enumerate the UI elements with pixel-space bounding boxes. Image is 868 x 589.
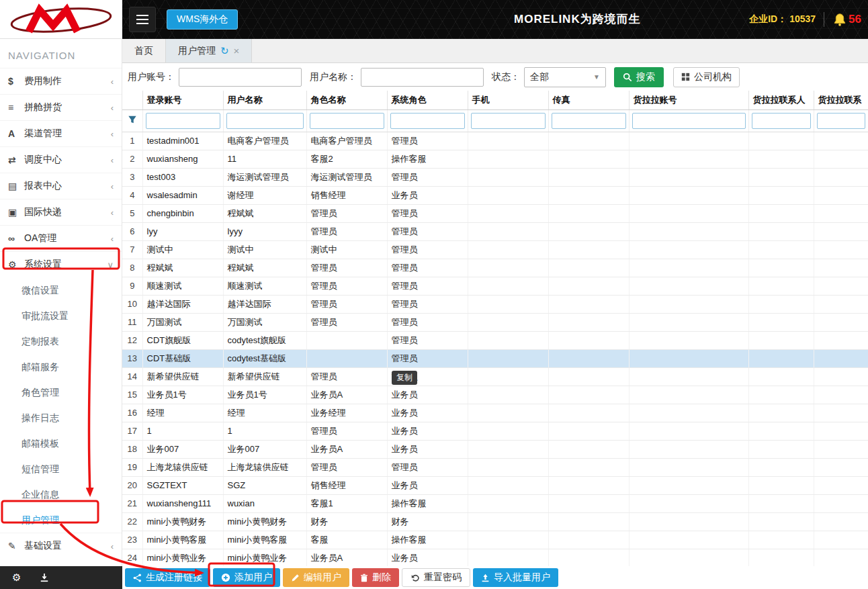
- sidebar-item-系统设置[interactable]: ⚙系统设置∨: [0, 251, 122, 277]
- plus-button[interactable]: 添加用户: [213, 568, 280, 587]
- table-row[interactable]: 18业务007业务007业务员A业务员: [122, 440, 868, 458]
- row-number-cell: 4: [122, 186, 142, 204]
- sidebar-item-OA管理[interactable]: ∞OA管理‹: [0, 225, 122, 251]
- column-filter-input[interactable]: [226, 113, 304, 129]
- table-row[interactable]: 20SGZTEXTSGZ销售经理业务员: [122, 476, 868, 494]
- table-cell: [306, 331, 387, 349]
- table-cell: [629, 440, 748, 458]
- row-number-cell: 18: [122, 440, 142, 458]
- table-row[interactable]: 13CDT基础版codytest基础版管理员: [122, 349, 868, 367]
- sidebar-subitem-审批流设置[interactable]: 审批流设置: [0, 303, 122, 328]
- tab-home[interactable]: 首页: [122, 39, 166, 62]
- table-row[interactable]: 6lyylyyy管理员管理员: [122, 222, 868, 240]
- table-row[interactable]: 22mini小黄鸭财务mini小黄鸭财务财务财务: [122, 512, 868, 531]
- column-header[interactable]: 系统角色: [387, 91, 468, 109]
- search-button[interactable]: 搜索: [614, 67, 664, 87]
- sidebar-subitem-定制报表[interactable]: 定制报表: [0, 328, 122, 354]
- pencil-button[interactable]: 编辑用户: [283, 568, 349, 587]
- filter-funnel-icon[interactable]: [122, 109, 142, 132]
- notification-bell-icon[interactable]: 56: [832, 11, 861, 28]
- trash-button[interactable]: 删除: [352, 568, 399, 587]
- column-header[interactable]: 货拉拉账号: [629, 91, 748, 109]
- table-row[interactable]: 12CDT旗舰版codytest旗舰版管理员: [122, 331, 868, 349]
- table-cell: wuxian: [223, 494, 306, 512]
- dispatch-icon: ⇄: [8, 154, 24, 165]
- column-header[interactable]: 角色名称: [306, 91, 387, 109]
- sidebar-subitem-邮箱模板[interactable]: 邮箱模板: [0, 431, 122, 456]
- sidebar-subitem-操作日志[interactable]: 操作日志: [0, 405, 122, 431]
- column-header[interactable]: 货拉拉联系: [814, 91, 868, 109]
- column-filter-input[interactable]: [817, 113, 865, 129]
- sidebar-subitem-角色管理[interactable]: 角色管理: [0, 379, 122, 405]
- table-row[interactable]: 7测试中测试中测试中管理员: [122, 240, 868, 259]
- undo-button[interactable]: 重置密码: [402, 568, 470, 587]
- column-header[interactable]: 手机: [468, 91, 548, 109]
- table-row[interactable]: 24mini小黄鸭业务mini小黄鸭业务业务员A业务员: [122, 549, 868, 567]
- table-row[interactable]: 15业务员1号业务员1号业务员A业务员: [122, 386, 868, 404]
- table-row[interactable]: 16经理经理业务经理业务员: [122, 404, 868, 422]
- sidebar-subitem-短信管理[interactable]: 短信管理: [0, 456, 122, 482]
- refresh-icon[interactable]: ↻: [220, 45, 229, 57]
- table-cell: [548, 168, 629, 186]
- column-filter-input[interactable]: [752, 113, 811, 129]
- table-row[interactable]: 4wsalesadmin谢经理销售经理业务员: [122, 186, 868, 204]
- column-filter-input[interactable]: [471, 113, 546, 129]
- sidebar-item-国际快递[interactable]: ▣国际快递‹: [0, 199, 122, 225]
- column-filter-input[interactable]: [146, 113, 220, 129]
- table-row[interactable]: 9顺速测试顺速测试管理员管理员: [122, 277, 868, 295]
- company-org-button[interactable]: 公司机构: [673, 67, 740, 87]
- column-filter-input[interactable]: [552, 113, 626, 129]
- sidebar-item-渠道管理[interactable]: A渠道管理‹: [0, 120, 122, 146]
- name-input[interactable]: [361, 68, 484, 87]
- table-row[interactable]: 2wuxiansheng11客服2操作客服: [122, 150, 868, 168]
- table-cell: 1: [223, 422, 306, 440]
- sidebar-subitem-企业信息[interactable]: 企业信息: [0, 482, 122, 507]
- sidebar-subitem-邮箱服务[interactable]: 邮箱服务: [0, 354, 122, 379]
- column-filter-input[interactable]: [310, 113, 384, 129]
- column-header[interactable]: 登录账号: [142, 91, 223, 109]
- status-select[interactable]: 全部 ▼: [524, 67, 606, 87]
- table-cell: [548, 494, 629, 512]
- close-icon[interactable]: ×: [234, 45, 240, 56]
- column-header[interactable]: 传真: [548, 91, 629, 109]
- sidebar-subitem-微信设置[interactable]: 微信设置: [0, 277, 122, 303]
- tab-user-management[interactable]: 用户管理 ↻ ×: [166, 39, 252, 62]
- table-row[interactable]: 21wuxiansheng111wuxian客服1操作客服: [122, 494, 868, 512]
- table-row[interactable]: 19上海龙辕供应链上海龙辕供应链管理员管理员: [122, 458, 868, 476]
- sidebar-subitem-用户管理[interactable]: 用户管理: [0, 507, 122, 533]
- chevron-left-icon: ‹: [111, 103, 114, 113]
- table-row[interactable]: 8程斌斌程斌斌管理员管理员: [122, 259, 868, 277]
- sidebar-item-报表中心[interactable]: ▤报表中心‹: [0, 173, 122, 199]
- table-row[interactable]: 10越洋达国际越洋达国际管理员管理员: [122, 295, 868, 313]
- account-input[interactable]: [179, 68, 302, 87]
- column-header[interactable]: 用户名称: [223, 91, 306, 109]
- share-button[interactable]: 生成注册链接: [125, 568, 210, 587]
- column-filter-input[interactable]: [632, 113, 746, 129]
- sidebar-item-费用制作[interactable]: $费用制作‹: [0, 68, 122, 94]
- download-icon[interactable]: [40, 573, 49, 582]
- column-filter-input[interactable]: [390, 113, 465, 129]
- table-cell: [629, 240, 748, 259]
- table-row[interactable]: 1testadmin001电商客户管理员电商客户管理员管理员: [122, 132, 868, 150]
- table-cell: [748, 259, 814, 277]
- table-row[interactable]: 11万国测试万国测试管理员管理员: [122, 313, 868, 331]
- sidebar-item-基础设置[interactable]: ✎基础设置‹: [0, 533, 122, 559]
- table-row[interactable]: 14新希望供应链新希望供应链管理员管理员: [122, 367, 868, 386]
- table-cell: codytest旗舰版: [223, 331, 306, 349]
- table-row[interactable]: 1711管理员业务员: [122, 422, 868, 440]
- sidebar-item-调度中心[interactable]: ⇄调度中心‹: [0, 146, 122, 173]
- table-row[interactable]: 3test003海运测试管理员海运测试管理员管理员: [122, 168, 868, 186]
- column-header[interactable]: 货拉拉联系人: [748, 91, 814, 109]
- hamburger-menu-icon[interactable]: [129, 7, 156, 32]
- upload-button[interactable]: 导入批量用户: [473, 568, 558, 587]
- gear-icon[interactable]: ⚙: [12, 572, 21, 584]
- table-cell: mini小黄鸭客服: [142, 531, 223, 549]
- table-row[interactable]: 5chengbinbin程斌斌管理员管理员: [122, 204, 868, 222]
- table-row[interactable]: 23mini小黄鸭客服mini小黄鸭客服客服操作客服: [122, 531, 868, 549]
- notification-count: 56: [849, 13, 861, 26]
- sidebar-item-拼舱拼货[interactable]: ≡拼舱拼货‹: [0, 94, 122, 120]
- table-cell: CDT基础版: [142, 349, 223, 367]
- wms-overseas-warehouse-button[interactable]: WMS海外仓: [167, 9, 238, 30]
- table-cell: 程斌斌: [142, 259, 223, 277]
- table-cell: [468, 186, 548, 204]
